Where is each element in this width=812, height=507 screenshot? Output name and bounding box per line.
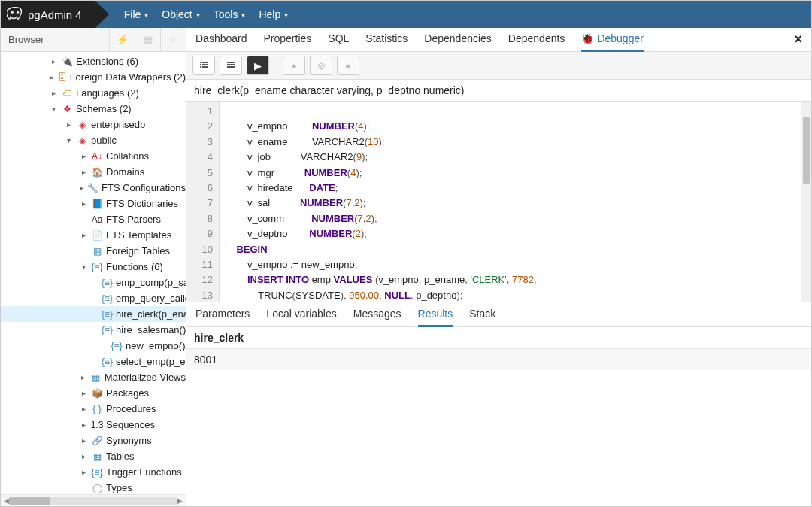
app-logo: pgAdmin 4 (1, 1, 95, 28)
object-tree[interactable]: ▸🔌Extensions (6)▸🗄Foreign Data Wrappers … (1, 52, 186, 494)
sidebar-horizontal-scrollbar[interactable]: ◀ ▶ (1, 494, 186, 506)
tree-caret-icon[interactable]: ▸ (49, 89, 58, 97)
tree-node-icon: {≡} (102, 277, 113, 289)
subtab-stack[interactable]: Stack (469, 302, 495, 327)
code-editor[interactable]: v_empno NUMBER(4); v_ename VARCHAR2(10);… (220, 102, 801, 302)
filter-button[interactable]: ▿ (160, 28, 186, 52)
step-over-button[interactable] (220, 56, 242, 75)
tree-item[interactable]: ▸A↓Collations (1, 148, 186, 164)
tree-item[interactable]: ▸▦Materialized Views (1, 369, 186, 385)
continue-button[interactable]: ▶ (247, 56, 269, 75)
tree-item[interactable]: ▸🏠Domains (1, 164, 186, 180)
stop-button[interactable]: ● (337, 56, 359, 75)
tree-node-icon: {≡} (91, 261, 103, 273)
tree-item[interactable]: ▸{ }Procedures (1, 401, 186, 417)
tree-node-label: FTS Dictionaries (106, 198, 178, 209)
tree-node-icon: { } (91, 403, 103, 415)
tree-node-label: Collations (106, 150, 149, 162)
tree-item[interactable]: ▸1.3Sequences (1, 417, 186, 433)
tree-node-label: Trigger Functions (106, 466, 182, 478)
tree-item[interactable]: ▸◈enterprisedb (1, 117, 186, 132)
tree-item[interactable]: ◯Types (1, 480, 186, 494)
tree-item[interactable]: {≡}new_empno() (1, 338, 186, 354)
tree-item[interactable]: ▾❖Schemas (2) (1, 101, 186, 117)
tab-properties[interactable]: Properties (264, 28, 312, 52)
tree-item[interactable]: {≡}emp_query_caller() (1, 290, 186, 306)
clear-breakpoints-button[interactable]: ⊘ (310, 56, 332, 75)
subtab-local-variables[interactable]: Local variables (266, 302, 336, 327)
tab-debugger[interactable]: 🐞Debugger (581, 28, 644, 52)
tree-node-label: FTS Parsers (106, 214, 161, 225)
menu-object[interactable]: Object (162, 8, 199, 20)
tab-sql[interactable]: SQL (328, 28, 349, 52)
tree-caret-icon[interactable]: ▸ (79, 436, 88, 445)
tree-item[interactable]: ▸🔌Extensions (6) (1, 53, 186, 69)
tree-caret-icon[interactable]: ▸ (64, 120, 73, 129)
subtab-messages[interactable]: Messages (353, 302, 401, 327)
tab-statistics[interactable]: Statistics (365, 28, 408, 52)
tab-dependents[interactable]: Dependents (508, 28, 565, 52)
tree-item[interactable]: {≡}hire_clerk(p_ename) (1, 306, 186, 322)
tree-item[interactable]: ▸📘FTS Dictionaries (1, 196, 186, 211)
tree-caret-icon[interactable]: ▸ (79, 199, 88, 208)
tree-node-icon: ◈ (76, 119, 88, 131)
tree-node-icon: ▦ (91, 245, 103, 257)
tree-caret-icon[interactable]: ▾ (64, 136, 73, 144)
tree-item[interactable]: {≡}hire_salesman() (1, 322, 186, 338)
tree-node-label: Synonyms (106, 435, 152, 446)
tree-item[interactable]: ▸📄FTS Templates (1, 227, 186, 243)
tree-item[interactable]: ▾◈public (1, 132, 186, 148)
tree-item[interactable]: ▸🗄Foreign Data Wrappers (2) (1, 69, 186, 85)
tree-node-icon: 🗄 (58, 71, 67, 83)
tree-caret-icon[interactable]: ▸ (79, 231, 88, 239)
tree-caret-icon[interactable]: ▸ (79, 168, 88, 176)
tree-node-icon: A↓ (91, 150, 103, 162)
view-data-button[interactable]: ▦ (135, 28, 160, 52)
tree-caret-icon[interactable]: ▸ (79, 373, 87, 381)
tree-item[interactable]: AaFTS Parsers (1, 211, 186, 227)
tree-item[interactable]: ▦Foreign Tables (1, 243, 186, 259)
subtab-results[interactable]: Results (418, 302, 453, 327)
query-tool-button[interactable]: ⚡ (109, 28, 135, 52)
toggle-breakpoint-button[interactable]: ● (283, 56, 305, 75)
tree-node-label: FTS Configurations (102, 182, 186, 193)
tree-caret-icon[interactable]: ▸ (79, 152, 88, 160)
sidebar-title: Browser (1, 34, 109, 45)
tree-item[interactable]: ▾{≡}Functions (6) (1, 259, 186, 275)
menu-tools[interactable]: Tools (214, 8, 246, 20)
tab-dependencies[interactable]: Dependencies (424, 28, 492, 52)
tree-caret-icon[interactable]: ▸ (79, 184, 84, 192)
menu-help[interactable]: Help (259, 8, 288, 20)
tree-caret-icon[interactable]: ▸ (49, 57, 58, 65)
tree-item[interactable]: {≡}select_emp(p_empno) (1, 354, 186, 369)
subtab-parameters[interactable]: Parameters (195, 302, 250, 327)
tree-item[interactable]: {≡}emp_comp(p_sal numeric) (1, 275, 186, 290)
tree-caret-icon[interactable]: ▾ (49, 105, 58, 113)
tree-caret-icon[interactable]: ▸ (79, 405, 88, 413)
step-into-button[interactable] (192, 56, 215, 75)
tree-item[interactable]: ▸▦Tables (1, 448, 186, 464)
tree-caret-icon[interactable]: ▸ (79, 452, 88, 460)
tree-item[interactable]: ▸📦Packages (1, 385, 186, 401)
tree-node-icon: ◯ (91, 482, 103, 494)
menu-file[interactable]: File (124, 8, 149, 20)
browser-sidebar: Browser ⚡ ▦ ▿ ▸🔌Extensions (6)▸🗄Foreign … (1, 28, 186, 506)
tree-item[interactable]: ▸🔧FTS Configurations (1, 180, 186, 196)
tree-node-icon: Aa (91, 214, 103, 226)
tree-node-icon: 📦 (91, 387, 103, 399)
tree-caret-icon[interactable]: ▸ (79, 389, 88, 397)
tree-caret-icon[interactable]: ▸ (79, 420, 88, 429)
tree-caret-icon[interactable]: ▸ (49, 73, 55, 81)
editor-vertical-scrollbar[interactable] (801, 102, 811, 302)
results-panel: hire_clerk 8001 (186, 327, 811, 370)
tree-caret-icon[interactable]: ▸ (79, 468, 88, 476)
tree-item[interactable]: ▸🏷Languages (2) (1, 85, 186, 101)
main-tabs: DashboardPropertiesSQLStatisticsDependen… (186, 28, 811, 52)
tree-caret-icon[interactable]: ▾ (79, 263, 88, 271)
tree-item[interactable]: ▸{≡}Trigger Functions (1, 464, 186, 480)
tree-item[interactable]: ▸🔗Synonyms (1, 433, 186, 448)
close-tab-button[interactable]: × (794, 32, 802, 47)
tree-node-icon: {≡} (102, 324, 113, 336)
tab-dashboard[interactable]: Dashboard (195, 28, 247, 52)
app-title: pgAdmin 4 (28, 8, 82, 21)
